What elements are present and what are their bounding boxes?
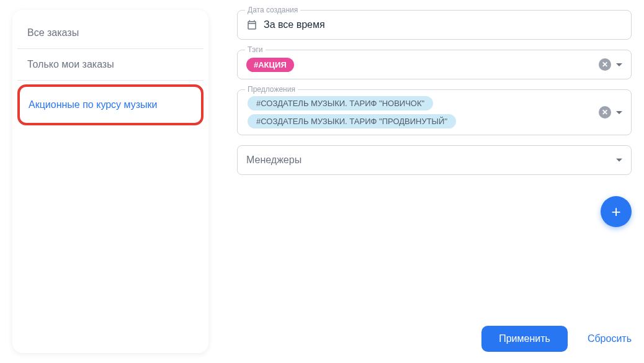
tag-chip[interactable]: #АКЦИЯ	[246, 58, 294, 72]
offers-chips: #СОЗДАТЕЛЬ МУЗЫКИ. ТАРИФ "НОВИЧОК" #СОЗД…	[246, 95, 622, 130]
offer-chip[interactable]: #СОЗДАТЕЛЬ МУЗЫКИ. ТАРИФ "НОВИЧОК"	[248, 96, 433, 110]
sidebar-item-label: Только мои заказы	[27, 59, 114, 69]
filter-managers[interactable]: Менеджеры	[237, 145, 632, 175]
apply-button[interactable]: Применить	[481, 326, 568, 352]
footer-actions: Применить Сбросить	[481, 326, 632, 352]
clear-icon[interactable]: ✕	[599, 58, 611, 71]
sidebar-item-promo-music[interactable]: Акционные по курсу музыки	[17, 84, 203, 125]
filter-actions-managers	[616, 159, 622, 162]
offer-chip[interactable]: #СОЗДАТЕЛЬ МУЗЫКИ. ТАРИФ "ПРОДВИНУТЫЙ"	[248, 114, 456, 128]
sidebar-item-label: Все заказы	[27, 27, 79, 38]
plus-icon: +	[611, 202, 620, 222]
filter-value-created: За все время	[264, 19, 325, 30]
filter-label-created: Дата создания	[245, 6, 300, 14]
calendar-icon	[246, 19, 257, 30]
chevron-down-icon[interactable]	[616, 111, 622, 114]
content-panel: Дата создания За все время Тэги #АКЦИЯ ✕…	[237, 10, 632, 353]
sidebar-item-my-orders[interactable]: Только мои заказы	[17, 49, 203, 81]
filter-tags[interactable]: Тэги #АКЦИЯ ✕	[237, 50, 632, 79]
chevron-down-icon[interactable]	[616, 63, 622, 66]
filter-actions-offers: ✕	[599, 106, 622, 119]
clear-icon[interactable]: ✕	[599, 106, 611, 119]
filter-placeholder-managers: Менеджеры	[246, 155, 302, 166]
reset-button[interactable]: Сбросить	[588, 333, 632, 344]
chevron-down-icon[interactable]	[616, 159, 622, 162]
add-fab-button[interactable]: +	[601, 196, 632, 227]
tags-chips: #АКЦИЯ	[246, 58, 338, 72]
sidebar-item-all-orders[interactable]: Все заказы	[17, 17, 203, 49]
sidebar-item-label: Акционные по курсу музыки	[29, 99, 158, 110]
filter-label-tags: Тэги	[245, 45, 266, 54]
filter-offers[interactable]: Предложения #СОЗДАТЕЛЬ МУЗЫКИ. ТАРИФ "НО…	[237, 89, 632, 135]
filter-created-date[interactable]: Дата создания За все время	[237, 10, 632, 40]
sidebar: Все заказы Только мои заказы Акционные п…	[12, 10, 208, 353]
filter-actions-tags: ✕	[599, 58, 622, 71]
filter-label-offers: Предложения	[245, 85, 298, 94]
